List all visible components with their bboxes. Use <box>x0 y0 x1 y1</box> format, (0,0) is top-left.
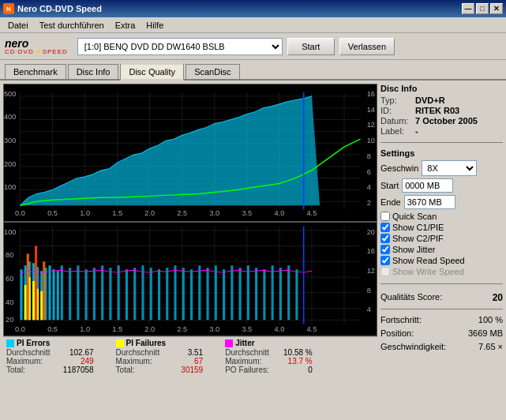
svg-text:1.5: 1.5 <box>112 209 122 217</box>
svg-text:4.0: 4.0 <box>274 209 284 217</box>
pi-errors-avg-label: Durchschnitt <box>6 348 51 357</box>
window-controls[interactable]: — □ ✕ <box>462 3 503 14</box>
title-bar: N Nero CD-DVD Speed — □ ✕ <box>0 0 506 17</box>
geschwindigkeit-label: Geschwindigkeit: <box>380 342 446 351</box>
show-c1-checkbox[interactable] <box>380 223 390 232</box>
start-mb-input[interactable] <box>402 178 453 193</box>
svg-text:4.5: 4.5 <box>307 325 317 333</box>
start-button[interactable]: Start <box>287 38 335 55</box>
svg-rect-111 <box>27 253 29 320</box>
window-title: Nero CD-DVD Speed <box>17 4 102 13</box>
show-write-speed-label: Show Write Speed <box>392 267 464 276</box>
svg-text:4.0: 4.0 <box>274 325 284 333</box>
close-button[interactable]: ✕ <box>490 3 503 14</box>
tab-disc-quality[interactable]: Disc Quality <box>120 63 184 81</box>
start-row: Start <box>380 178 503 193</box>
charts-area: 16 14 12 10 8 6 4 2 500 400 300 200 100 … <box>3 84 377 415</box>
svg-text:8: 8 <box>367 152 371 160</box>
svg-rect-83 <box>118 265 120 320</box>
ende-label: Ende <box>380 197 401 207</box>
disc-label-value: - <box>415 126 418 136</box>
svg-text:0.0: 0.0 <box>15 209 25 217</box>
svg-text:100: 100 <box>4 228 16 236</box>
qualitaets-value: 20 <box>493 292 503 303</box>
svg-rect-74 <box>53 269 55 320</box>
position-value: 3669 MB <box>468 328 503 338</box>
start-mb-label: Start <box>380 181 399 190</box>
quick-scan-checkbox[interactable] <box>380 212 390 221</box>
svg-rect-92 <box>190 269 193 320</box>
menu-hilfe[interactable]: Hilfe <box>141 19 168 32</box>
geschwindigkeit-value: 7.65 × <box>478 342 503 351</box>
jitter-max-label: Maximum: <box>225 357 261 366</box>
show-read-speed-checkbox[interactable] <box>380 256 390 265</box>
svg-text:100: 100 <box>4 184 16 192</box>
show-read-speed-row: Show Read Speed <box>380 256 503 265</box>
nero-logo: nero CD·DVD⚡SPEED <box>5 38 68 55</box>
menu-extra[interactable]: Extra <box>111 19 141 32</box>
quick-scan-row: Quick Scan <box>380 212 503 221</box>
svg-text:2.5: 2.5 <box>177 209 187 217</box>
svg-rect-95 <box>215 265 217 320</box>
maximize-button[interactable]: □ <box>476 3 489 14</box>
settings-panel: Settings Geschwin 8X 4X 12X 16X Start En… <box>380 148 503 278</box>
svg-text:0.5: 0.5 <box>47 209 58 217</box>
id-value: RITEK R03 <box>415 106 459 115</box>
jitter-avg-value: 10.58 % <box>269 348 313 357</box>
svg-text:80: 80 <box>6 252 13 260</box>
svg-text:3.0: 3.0 <box>209 325 219 333</box>
svg-rect-113 <box>43 261 45 320</box>
drive-select[interactable]: [1:0] BENQ DVD DD DW1640 BSLB <box>77 38 283 55</box>
svg-rect-87 <box>150 268 152 320</box>
svg-rect-108 <box>32 281 35 320</box>
disc-info-title: Disc Info <box>380 84 503 93</box>
typ-label: Typ: <box>380 96 414 105</box>
svg-text:16: 16 <box>367 248 375 256</box>
geschwindigkeit-row: Geschwindigkeit: 7.65 × <box>380 342 503 351</box>
show-jitter-checkbox[interactable] <box>380 245 390 254</box>
svg-rect-90 <box>174 265 176 320</box>
position-label: Position: <box>380 328 414 338</box>
svg-text:2: 2 <box>367 199 371 207</box>
show-write-speed-row: Show Write Speed <box>380 267 503 276</box>
pi-errors-max-value: 249 <box>51 357 94 366</box>
svg-rect-82 <box>109 268 111 320</box>
svg-rect-91 <box>182 268 185 320</box>
exit-button[interactable]: Verlassen <box>339 38 395 55</box>
tab-benchmark[interactable]: Benchmark <box>5 64 66 79</box>
tab-disc-info[interactable]: Disc Info <box>68 64 119 79</box>
svg-rect-100 <box>255 268 257 320</box>
show-read-speed-label: Show Read Speed <box>392 256 465 265</box>
nero-logo-bottom: CD·DVD⚡SPEED <box>5 49 68 55</box>
ende-input[interactable] <box>404 195 455 209</box>
po-failures-label: PO Failures: <box>225 366 269 374</box>
show-c1-label: Show C1/PIE <box>392 223 444 232</box>
svg-rect-86 <box>141 265 144 320</box>
geschwin-select[interactable]: 8X 4X 12X 16X <box>422 160 477 176</box>
menu-test[interactable]: Test durchführen <box>35 19 109 32</box>
svg-text:20: 20 <box>367 228 375 236</box>
svg-rect-80 <box>93 268 96 320</box>
svg-text:200: 200 <box>4 160 16 168</box>
svg-text:6: 6 <box>367 168 371 176</box>
show-write-speed-checkbox[interactable] <box>380 267 390 276</box>
pi-failures-total-value: 30159 <box>159 366 203 374</box>
svg-text:2.0: 2.0 <box>144 325 155 333</box>
svg-rect-104 <box>287 265 290 320</box>
tab-scandisc[interactable]: ScanDisc <box>186 64 239 79</box>
minimize-button[interactable]: — <box>462 3 474 14</box>
show-c2-label: Show C2/PIF <box>392 234 444 243</box>
svg-rect-75 <box>57 271 59 320</box>
svg-rect-96 <box>223 269 225 320</box>
fortschritt-row: Fortschritt: 100 % <box>380 315 503 324</box>
svg-text:10: 10 <box>367 137 375 144</box>
show-c2-checkbox[interactable] <box>380 234 390 243</box>
geschwin-row: Geschwin 8X 4X 12X 16X <box>380 160 503 176</box>
ende-row: Ende <box>380 195 503 209</box>
pi-failures-color <box>116 339 124 347</box>
svg-text:4: 4 <box>367 306 371 314</box>
pi-failures-avg-value: 3.51 <box>159 348 203 357</box>
menu-datei[interactable]: Datei <box>3 19 33 32</box>
position-row: Position: 3669 MB <box>380 328 503 338</box>
quality-score-row: Qualitäts Score: 20 <box>380 292 503 303</box>
